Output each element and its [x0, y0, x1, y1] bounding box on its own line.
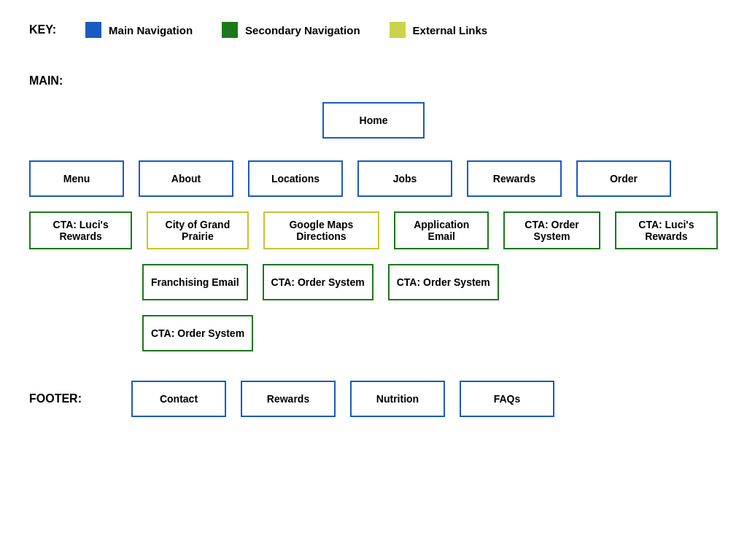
key-label: KEY: — [29, 23, 56, 36]
cta-lucis-rewards-2[interactable]: CTA: Luci's Rewards — [615, 211, 718, 249]
main-label: MAIN: — [29, 74, 718, 88]
key-secondary-nav: Secondary Navigation — [222, 22, 360, 38]
city-grand-prairie[interactable]: City of Grand Prairie — [147, 211, 248, 249]
cta-order-system-2[interactable]: CTA: Order System — [263, 264, 374, 300]
footer-row: FOOTER: Contact Rewards Nutrition FAQs — [29, 381, 718, 417]
nav-row-1: Menu About Locations Jobs Rewards Order — [29, 160, 718, 197]
nav-row-4: CTA: Order System — [29, 315, 718, 351]
nav-row-3: Franchising Email CTA: Order System CTA:… — [29, 264, 718, 300]
nav-about[interactable]: About — [139, 160, 233, 197]
franchising-email[interactable]: Franchising Email — [142, 264, 248, 300]
footer-section: FOOTER: Contact Rewards Nutrition FAQs — [29, 381, 718, 417]
key-external-links-label: External Links — [413, 24, 488, 36]
home-button[interactable]: Home — [322, 102, 425, 139]
key-main-nav-label: Main Navigation — [109, 24, 193, 36]
key-main-nav: Main Navigation — [85, 22, 193, 38]
nav-row-2: CTA: Luci's Rewards City of Grand Prairi… — [29, 211, 718, 249]
home-row: Home — [29, 102, 718, 139]
google-maps-directions[interactable]: Google Maps Directions — [263, 211, 380, 249]
footer-contact[interactable]: Contact — [131, 381, 226, 417]
blue-swatch — [85, 22, 101, 38]
footer-nutrition[interactable]: Nutrition — [350, 381, 445, 417]
nav-rewards[interactable]: Rewards — [467, 160, 562, 197]
cta-order-system-3[interactable]: CTA: Order System — [388, 264, 499, 300]
footer-label: FOOTER: — [29, 392, 117, 405]
footer-rewards[interactable]: Rewards — [241, 381, 336, 417]
nav-locations[interactable]: Locations — [248, 160, 343, 197]
cta-lucis-rewards-1[interactable]: CTA: Luci's Rewards — [29, 211, 132, 249]
footer-faqs[interactable]: FAQs — [460, 381, 554, 417]
nav-order[interactable]: Order — [576, 160, 671, 197]
cta-order-system-4[interactable]: CTA: Order System — [142, 315, 253, 351]
yellow-swatch — [390, 22, 406, 38]
key-external-links: External Links — [390, 22, 488, 38]
application-email[interactable]: Application Email — [394, 211, 489, 249]
cta-order-system-1[interactable]: CTA: Order System — [503, 211, 600, 249]
key-section: KEY: Main Navigation Secondary Navigatio… — [29, 22, 718, 38]
nav-menu[interactable]: Menu — [29, 160, 124, 197]
key-secondary-nav-label: Secondary Navigation — [245, 24, 360, 36]
main-section: MAIN: Home Menu About Locations Jobs Rew… — [29, 74, 718, 351]
nav-jobs[interactable]: Jobs — [357, 160, 452, 197]
green-swatch — [222, 22, 238, 38]
